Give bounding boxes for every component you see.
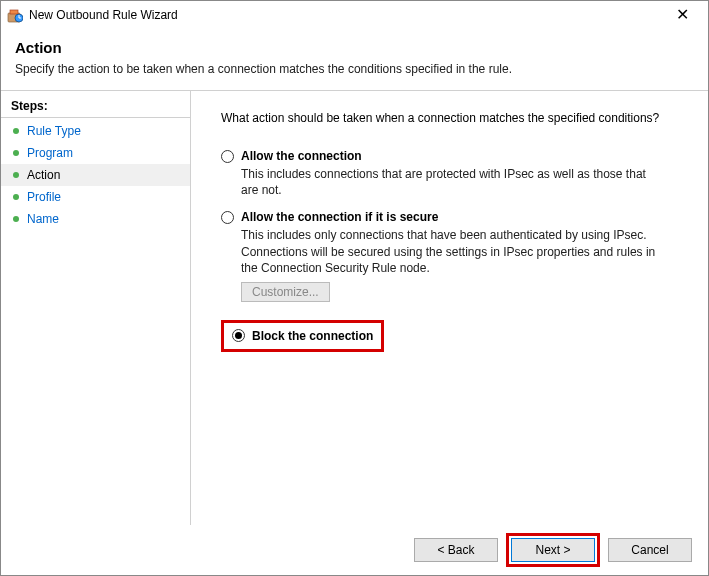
radio-allow[interactable] <box>221 150 234 163</box>
page-subtitle: Specify the action to be taken when a co… <box>15 62 694 76</box>
option-allow-secure-label: Allow the connection if it is secure <box>241 210 438 224</box>
highlight-box-next: Next > <box>506 533 600 567</box>
bullet-icon <box>13 194 19 200</box>
radio-block[interactable] <box>232 329 245 342</box>
next-button[interactable]: Next > <box>511 538 595 562</box>
step-label: Profile <box>27 190 61 204</box>
step-program[interactable]: Program <box>1 142 190 164</box>
option-block[interactable]: Block the connection <box>232 329 373 343</box>
wizard-header: Action Specify the action to be taken wh… <box>1 29 708 90</box>
option-allow-label: Allow the connection <box>241 149 362 163</box>
step-rule-type[interactable]: Rule Type <box>1 120 190 142</box>
steps-sidebar: Steps: Rule Type Program Action Profile … <box>1 91 191 534</box>
option-allow[interactable]: Allow the connection This includes conne… <box>221 149 684 198</box>
back-button[interactable]: < Back <box>414 538 498 562</box>
main-panel: What action should be taken when a conne… <box>191 91 708 534</box>
step-name[interactable]: Name <box>1 208 190 230</box>
step-label: Program <box>27 146 73 160</box>
option-allow-secure[interactable]: Allow the connection if it is secure Thi… <box>221 210 684 302</box>
highlight-box-block: Block the connection <box>221 320 384 352</box>
close-icon[interactable]: ✕ <box>662 1 702 29</box>
app-icon <box>7 7 23 23</box>
step-label: Rule Type <box>27 124 81 138</box>
bullet-icon <box>13 216 19 222</box>
option-allow-desc: This includes connections that are prote… <box>241 166 661 198</box>
bullet-icon <box>13 172 19 178</box>
step-action[interactable]: Action <box>1 164 190 186</box>
bullet-icon <box>13 150 19 156</box>
option-block-label: Block the connection <box>252 329 373 343</box>
content-area: Steps: Rule Type Program Action Profile … <box>1 90 708 534</box>
window-title: New Outbound Rule Wizard <box>29 8 662 22</box>
titlebar: New Outbound Rule Wizard ✕ <box>1 1 708 29</box>
wizard-footer: < Back Next > Cancel <box>1 525 708 575</box>
action-prompt: What action should be taken when a conne… <box>221 111 684 125</box>
step-profile[interactable]: Profile <box>1 186 190 208</box>
steps-heading: Steps: <box>1 97 190 118</box>
radio-allow-secure[interactable] <box>221 211 234 224</box>
bullet-icon <box>13 128 19 134</box>
customize-button: Customize... <box>241 282 330 302</box>
step-label: Name <box>27 212 59 226</box>
cancel-button[interactable]: Cancel <box>608 538 692 562</box>
step-label: Action <box>27 168 60 182</box>
page-title: Action <box>15 39 694 56</box>
option-allow-secure-desc: This includes only connections that have… <box>241 227 661 276</box>
svg-rect-1 <box>10 10 18 14</box>
